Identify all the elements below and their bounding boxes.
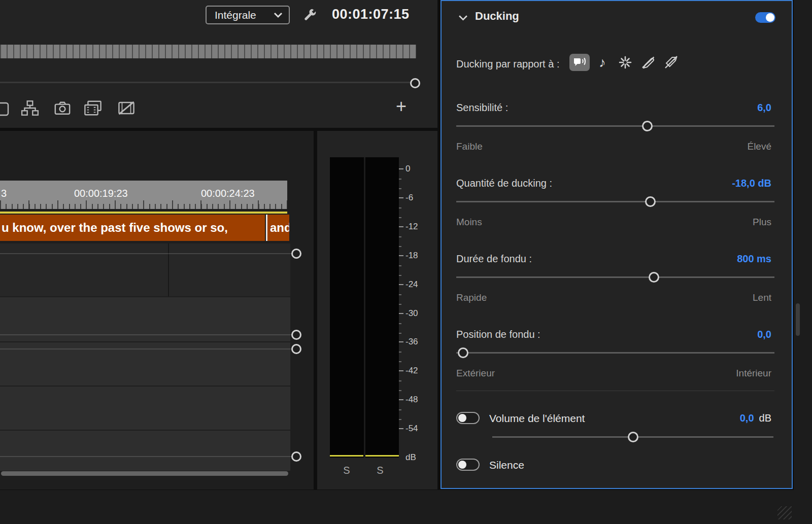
timeline-ruler[interactable]: 3 00:00:19:23 00:00:24:23 [0,181,287,209]
monitor-scrub-ruler[interactable] [0,45,416,58]
chevron-down-icon [274,12,283,18]
filmstrip-stack-icon[interactable] [83,99,103,117]
keyframe-handle[interactable] [291,344,301,354]
meter-db-scale: 0-6-12-18-24-30-36-42-48-54dB [399,169,429,468]
essential-sound-ducking-panel: Ducking Ducking par rapport à : ♪ Sensib… [441,0,793,489]
min-label: Rapide [456,292,487,303]
duck-amount-slider[interactable] [456,201,774,202]
duck-amount-label: Quantité de ducking : [456,178,552,189]
toggle-knob [458,414,466,422]
panel-vertical-scrollbar[interactable] [796,303,800,336]
section-divider [456,391,774,391]
slider-handle[interactable] [645,196,656,207]
min-label: Faible [456,141,483,152]
music-icon[interactable]: ♪ [592,54,613,71]
solo-button-left[interactable]: S [339,465,354,476]
max-label: Lent [753,292,771,303]
min-label: Moins [456,217,482,228]
sensitivity-value[interactable]: 6,0 [757,102,771,114]
max-label: Intérieur [736,368,771,379]
section-collapse-chevron-icon[interactable] [458,14,468,23]
fade-position-slider[interactable] [456,352,774,354]
slider-handle[interactable] [649,272,659,283]
min-label: Extérieur [456,368,495,379]
slider-handle[interactable] [628,432,638,442]
caption-clip[interactable]: and [266,215,289,241]
audio-track-row[interactable] [0,431,290,471]
meter-channel-divider [364,157,365,458]
fade-duration-label: Durée de fondu : [456,253,532,265]
volume-rubber-band[interactable] [0,334,293,335]
music-note-glyph: ♪ [599,56,606,69]
timeline-horizontal-scrollbar[interactable] [1,471,288,476]
sensitivity-slider[interactable] [456,125,774,127]
audio-track-row[interactable] [0,387,290,430]
slider-track [456,276,774,278]
ducking-enable-toggle[interactable] [755,12,775,23]
keyframe-handle[interactable] [291,330,301,340]
meter-level-right [365,455,399,457]
fade-duration-value[interactable]: 800 ms [737,253,771,265]
toggle-knob [458,461,466,469]
clip-volume-slider[interactable] [492,436,773,438]
clip-volume-label: Volume de l'élément [489,412,585,425]
volume-rubber-band[interactable] [0,348,293,350]
max-label: Élevé [747,141,771,152]
caption-track-bar [0,212,287,214]
fade-position-label: Position de fondu : [456,329,540,340]
clip-volume-unit: dB [759,412,771,424]
ruler-ticks-major [0,200,287,209]
export-frame-camera-icon[interactable] [53,99,72,117]
silence-label: Silence [489,459,524,471]
volume-rubber-band[interactable] [0,253,293,254]
section-title[interactable]: Ducking [475,10,519,23]
window-resize-grip[interactable] [777,506,792,519]
toggle-knob [766,13,774,22]
clip-edit-point [168,243,169,296]
caption-clip[interactable]: u know, over the past five shows or so, [0,215,265,241]
timeline-panel: 3 00:00:19:23 00:00:24:23 u know, over t… [0,131,314,490]
slider-handle[interactable] [642,121,653,131]
audio-track-row[interactable] [0,243,290,296]
volume-rubber-band[interactable] [0,456,293,457]
ducking-target-icons: ♪ [569,54,681,71]
clip-volume-toggle[interactable] [456,412,480,424]
flowchart-icon[interactable] [20,99,40,117]
silence-toggle[interactable] [456,459,480,471]
solo-button-right[interactable]: S [373,465,388,476]
monitor-zoom-handle[interactable] [410,78,420,88]
ambience-icon[interactable] [638,54,658,71]
disabled-filmstrip-icon[interactable] [117,99,136,117]
ruler-timecode-partial: 3 [1,188,7,199]
monitor-zoom-track[interactable] [0,82,412,83]
clip-volume-value[interactable]: 0,0dB [740,412,771,424]
playhead-timecode[interactable]: 00:01:07:15 [332,7,410,22]
ruler-timecode: 00:00:19:23 [74,188,128,199]
bottom-status-strip [0,490,812,524]
ducking-target-label: Ducking par rapport à : [456,58,559,70]
slider-track [456,201,774,202]
zoom-level-value: Intégrale [207,9,274,21]
meter-level-left [330,455,363,457]
slider-track [456,352,774,354]
sensitivity-label: Sensibilité : [456,102,508,114]
fade-duration-slider[interactable] [456,276,774,278]
clip-volume-number: 0,0 [740,412,754,424]
untagged-clips-icon[interactable] [661,54,681,71]
slider-handle[interactable] [458,347,468,358]
clipped-tool-icon[interactable] [0,100,10,118]
program-monitor-panel: Intégrale 00:01:07:15 + [0,0,437,128]
zoom-level-dropdown[interactable]: Intégrale [206,6,290,24]
add-button[interactable]: + [396,97,407,116]
max-label: Plus [753,217,771,228]
duck-amount-value[interactable]: -18,0 dB [732,178,771,189]
dialogue-icon[interactable] [569,54,590,71]
ruler-timecode: 00:00:24:23 [201,188,255,199]
settings-wrench-icon[interactable] [303,7,319,23]
keyframe-handle[interactable] [291,451,301,462]
wrench-glyph [303,7,318,22]
fade-position-value[interactable]: 0,0 [757,329,771,340]
keyframe-handle[interactable] [291,249,301,259]
slider-track [456,125,774,127]
sfx-icon[interactable] [615,54,635,71]
